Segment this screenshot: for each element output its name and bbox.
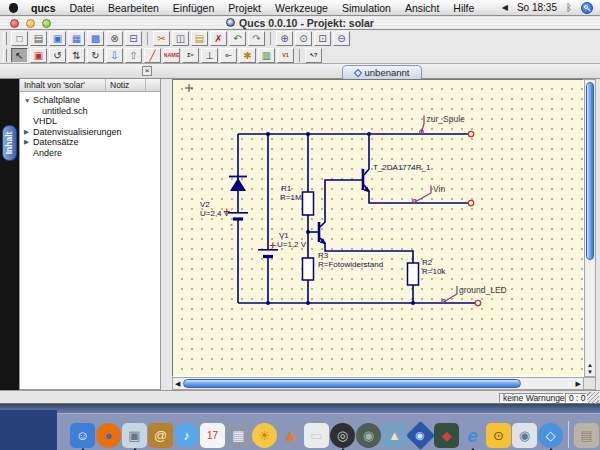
vertical-scrollbar-thumb[interactable] xyxy=(586,82,594,260)
dock-itunes-icon[interactable]: ♪ xyxy=(174,423,199,448)
disclosure-closed-icon[interactable]: ▶ xyxy=(24,138,33,146)
toolbar-insert-equation-button[interactable]: Σ= xyxy=(182,48,199,63)
sidebar-tab-inhalt[interactable]: Inhalt xyxy=(2,125,17,161)
disclosure-closed-icon[interactable]: ▶ xyxy=(24,128,33,136)
toolbar-rotate-button[interactable]: ↻ xyxy=(87,48,104,63)
dock-gimp-icon[interactable]: ◆ xyxy=(434,423,459,448)
toolbar-paste-button[interactable]: ▤ xyxy=(191,31,208,46)
toolbar-insert-ground-button[interactable]: ⊥ xyxy=(201,48,218,63)
r2-value[interactable]: R=10k xyxy=(422,267,446,276)
toolbar-new-text-button[interactable]: ▤ xyxy=(30,31,47,46)
v1-value[interactable]: U=1,2 V xyxy=(277,240,307,249)
diode-symbol[interactable] xyxy=(229,177,247,192)
open-nodes[interactable] xyxy=(468,131,480,305)
toolbar-zoom-fit-button[interactable]: ⊡ xyxy=(314,31,331,46)
tree-item-schaltpl-ne[interactable]: ▼Schaltpläne xyxy=(20,95,160,106)
dock-photos-icon[interactable]: ▲ xyxy=(382,423,407,448)
menu-bar-clock[interactable]: So 18:35 xyxy=(517,2,557,13)
toolbar-pop-out-button[interactable]: ⇧ xyxy=(125,48,142,63)
toolbar-save-all-button[interactable]: ▩ xyxy=(87,31,104,46)
toolbar-simulate-button[interactable]: ✱ xyxy=(239,48,256,63)
dock-dvd-player-icon[interactable]: ◉ xyxy=(356,423,381,448)
menu-bearbeiten[interactable]: Bearbeiten xyxy=(108,2,159,14)
dock-calculator-icon[interactable]: ▦ xyxy=(226,423,251,448)
menu-ansicht[interactable]: Ansicht xyxy=(405,2,439,14)
toolbar-cut-button[interactable]: ✂ xyxy=(153,31,170,46)
scroll-left-icon[interactable]: ◀ xyxy=(175,379,180,388)
dock-address-book-icon[interactable]: @ xyxy=(148,423,173,448)
toolbar-zoom-in-button[interactable]: ⊕ xyxy=(276,31,293,46)
dock-vlc-cone-icon[interactable]: ▲ xyxy=(278,423,303,448)
toolbar-view-data-display-button[interactable]: ▥ xyxy=(258,48,275,63)
wires[interactable] xyxy=(238,134,475,303)
volume-icon[interactable]: ◀ xyxy=(502,3,508,12)
dock-trash-icon[interactable]: ▤ xyxy=(574,423,599,448)
scroll-right-icon[interactable]: ▶ xyxy=(576,379,581,388)
toolbar-insert-wire-label-button[interactable]: NAME xyxy=(163,48,180,63)
menu-datei[interactable]: Datei xyxy=(70,2,95,14)
dock-sherlock-icon[interactable]: ⊙ xyxy=(486,423,511,448)
toolbar-push-into-subcircuit-button[interactable]: ⇩ xyxy=(106,48,123,63)
close-window-button[interactable] xyxy=(10,19,19,28)
tree-item-untitled-sch[interactable]: untitled.sch xyxy=(20,106,160,117)
minimize-window-button[interactable] xyxy=(26,19,35,28)
toolbar-open-button[interactable]: ▣ xyxy=(49,31,66,46)
zoom-window-button[interactable] xyxy=(42,19,51,28)
dock-firefox-icon[interactable]: ● xyxy=(96,423,121,448)
toolbar-whats-this-help-button[interactable]: ↖? xyxy=(305,48,322,63)
vertical-scrollbar[interactable]: ▲▼ xyxy=(584,79,596,377)
bluetooth-icon[interactable]: ᛒ xyxy=(566,2,572,13)
vertical-scrollbar-arrows[interactable]: ▲▼ xyxy=(585,362,595,376)
dock-finder-icon[interactable]: ☺ xyxy=(70,423,95,448)
menu-einf-gen[interactable]: Einfügen xyxy=(173,2,214,14)
menu-simulation[interactable]: Simulation xyxy=(342,2,391,14)
window-title-bar[interactable]: Qucs 0.0.10 - Projekt: solar xyxy=(0,16,600,30)
dock-quicksilver-icon[interactable]: ◉ xyxy=(406,421,435,450)
dock-internet-explorer-icon[interactable]: e xyxy=(460,423,485,448)
menu-qucs[interactable]: qucs xyxy=(31,2,56,14)
schematic-canvas[interactable]: V2 U=2,4 V V1 U=1,2 V R1 R=1M R3 R=Fotow… xyxy=(172,79,584,377)
sidebar-header-notiz[interactable]: Notiz xyxy=(106,79,146,91)
menu-projekt[interactable]: Projekt xyxy=(228,2,261,14)
dock-safari-icon[interactable]: ◇ xyxy=(538,423,563,448)
toolbar-handle[interactable] xyxy=(3,49,7,62)
sidebar-close-icon[interactable]: × xyxy=(142,66,152,76)
tree-item-andere[interactable]: Andere xyxy=(20,148,160,159)
toolbar-handle[interactable] xyxy=(3,32,7,45)
toolbar-redo-button[interactable]: ↷ xyxy=(248,31,265,46)
toolbar-new-button[interactable]: □ xyxy=(11,31,28,46)
scroll-up-icon[interactable]: ▲ xyxy=(585,362,595,369)
node-label-zur-spule[interactable]: zur_Spule xyxy=(427,114,466,124)
resistor-r1[interactable] xyxy=(303,192,314,215)
dock-ical-icon[interactable]: 17 xyxy=(200,423,225,448)
toolbar-insert-wire-button[interactable]: ╱ xyxy=(144,48,161,63)
r3-value[interactable]: R=Fotowiderstand xyxy=(318,260,383,269)
toolbar-insert-source-button[interactable]: V1 xyxy=(277,48,294,63)
dock-preview-icon[interactable]: ▣ xyxy=(122,423,147,448)
dock-nvu-icon[interactable]: ☀ xyxy=(252,423,277,448)
disclosure-open-icon[interactable]: ▼ xyxy=(24,97,33,104)
scroll-down-icon[interactable]: ▼ xyxy=(585,369,595,376)
toolbar-save-button[interactable]: ▦ xyxy=(68,31,85,46)
resistor-r2[interactable] xyxy=(408,263,419,285)
tab-unbenannt[interactable]: unbenannt xyxy=(342,65,422,79)
t2-name[interactable]: T_2DA1774R_1 xyxy=(373,163,431,172)
toolbar-select-button[interactable]: ↖ xyxy=(11,48,28,63)
tree-item-vhdl[interactable]: VHDL xyxy=(20,116,160,127)
toolbar-mirror-x-button[interactable]: ⇅ xyxy=(68,48,85,63)
toolbar-print-button[interactable]: ⊟ xyxy=(125,31,142,46)
node-label-vin[interactable]: Vin xyxy=(433,184,445,194)
r1-value[interactable]: R=1M xyxy=(280,193,302,202)
node-label-ground-led[interactable]: ground_LED xyxy=(459,285,507,295)
schematic[interactable]: V2 U=2,4 V V1 U=1,2 V R1 R=1M R3 R=Fotow… xyxy=(173,80,583,376)
toolbar-close-button[interactable]: ⊗ xyxy=(106,31,123,46)
tree-item-datenvisualisierungen[interactable]: ▶Datenvisualisierungen xyxy=(20,127,160,138)
dock-camera-lens-icon[interactable]: ◎ xyxy=(330,423,355,448)
toolbar-zoom-actual-button[interactable]: ⊙ xyxy=(295,31,312,46)
dock-iphoto-icon[interactable]: ◉ xyxy=(512,423,537,448)
battery-v2-symbol[interactable] xyxy=(228,213,248,219)
horizontal-scrollbar[interactable]: ◀ ▶ xyxy=(172,377,584,390)
toolbar-insert-port-button[interactable]: o− xyxy=(220,48,237,63)
toolbar-delete-button[interactable]: ✗ xyxy=(210,31,227,46)
toolbar-move-component-text-button[interactable]: ▣ xyxy=(30,48,47,63)
